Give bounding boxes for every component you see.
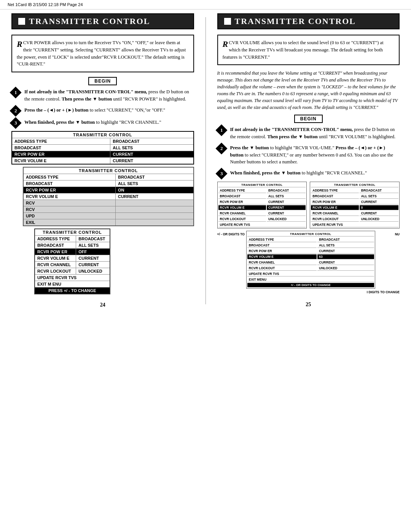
right-digits-label: I DIGITS TO CHANGE <box>217 290 400 294</box>
menu-2-row-4: RCVR VOLUM ECURRENT <box>23 193 194 200</box>
left-section-title: TRANSMITTER CONTROL <box>29 16 150 26</box>
sm-right-row-4-highlight: RCVR VOLUM E0 <box>311 205 398 210</box>
menu-2-row-3-highlight: RCVR POW ERON <box>23 187 194 193</box>
right-intro-text: CVR VOLUME allows you to select the soun… <box>223 40 384 60</box>
right-step-3: 3 When finished, press the ▼ button to h… <box>217 169 400 178</box>
sm-left-row-1: ADDRESS TYPEBROADCAST <box>218 188 306 193</box>
sm-right-row-3: RCVR POW ERCURRENT <box>311 200 398 204</box>
menu-1-row-1: ADDRESS TYPEBROADCAST <box>12 138 194 144</box>
sm-left-row-7: UPDATE RCVR TVS <box>218 222 306 227</box>
step-3-text: When finished, press the ▼ button to hig… <box>24 119 194 126</box>
title-box-right <box>224 18 231 25</box>
center-menu-row-1: ADDRESS TYPEBROADCAST <box>247 237 374 242</box>
right-column: TRANSMITTER CONTROL R CVR VOLUME allows … <box>213 13 404 308</box>
right-intro-box: R CVR VOLUME allows you to select the so… <box>217 35 400 65</box>
right-label-left: +/ - OR DIGITS TO <box>217 231 245 236</box>
menu-3-wrapper: TRANSMITTER CONTROL ADDRESS TYPEBROADCAS… <box>34 228 194 294</box>
step-3-number: 3 <box>11 119 21 127</box>
sm-right-row-2: BROADCASTALL SETS <box>311 194 398 199</box>
right-step-1: 1 If not already in the "TRANSMITTER CON… <box>217 126 400 141</box>
header-text: Net 1Card IB 2/15/00 12:18 PM Page 24 <box>8 2 83 7</box>
step-1-diamond: 1 <box>10 86 21 98</box>
left-begin-badge: BEGIN <box>88 77 117 85</box>
center-menu-title: TRANSMITTER CONTROL <box>247 232 374 236</box>
right-section-title: TRANSMITTER CONTROL <box>235 16 356 26</box>
menu-3-row-1: ADDRESS TYPEBROADCAST <box>35 235 110 242</box>
center-menu-bottom: +/ - OR DIGITS TO CHANGE <box>247 283 374 288</box>
right-page-number: 25 <box>217 302 400 308</box>
page-wrapper: Net 1Card IB 2/15/00 12:18 PM Page 24 TR… <box>0 0 411 388</box>
title-box-left <box>18 18 25 25</box>
menu-2-wrapper: TRANSMITTER CONTROL ADDRESS TYPEBROADCAS… <box>23 167 194 294</box>
menu-3-row-7: UPDATE RCVR TVS <box>35 274 110 281</box>
right-middle-row: +/ - OR DIGITS TO TRANSMITTER CONTROL AD… <box>217 231 400 289</box>
step-1-number: 1 <box>11 88 21 97</box>
left-menu-1: TRANSMITTER CONTROL ADDRESS TYPEBROADCAS… <box>11 131 194 165</box>
left-menus-container: TRANSMITTER CONTROL ADDRESS TYPEBROADCAS… <box>11 131 194 294</box>
menu-3-row-4: RCVR VOLUM ECURRENT <box>35 255 110 261</box>
left-menu-2: TRANSMITTER CONTROL ADDRESS TYPEBROADCAS… <box>23 167 194 226</box>
left-step-3: 3 When finished, press the ▼ button to h… <box>11 119 194 127</box>
left-title-bar: TRANSMITTER CONTROL <box>11 13 194 29</box>
left-step-1: 1 If not already in the "TRANSMITTER CON… <box>11 88 194 103</box>
right-step-3-diamond: 3 <box>215 168 227 179</box>
step-2-number: 2 <box>11 107 21 115</box>
menu-3-title: TRANSMITTER CONTROL <box>35 229 110 236</box>
right-step-1-text: If not already in the "TRANSMITTER CON-T… <box>230 126 400 141</box>
menu-1-title: TRANSMITTER CONTROL <box>12 131 194 138</box>
left-page-number: 24 <box>11 302 194 308</box>
main-content: TRANSMITTER CONTROL R CVR POWER allows y… <box>0 10 411 312</box>
center-menu-row-6: RCVR LOCKOUTUNLOCKED <box>247 266 374 271</box>
right-body-text: It is recommended that you leave the Vol… <box>217 70 400 111</box>
left-begin: BEGIN <box>11 77 194 85</box>
right-begin: BEGIN <box>217 115 400 123</box>
menu-2-row-5: RCV <box>23 200 194 206</box>
right-label-right: NU <box>377 231 400 236</box>
menu-1-row-4: RCVR VOLUM ECURRENT <box>12 157 194 164</box>
step-3-diamond: 3 <box>10 117 21 129</box>
menu-2-row-2: BROADCASTALL SETS <box>23 180 194 187</box>
menu-3-row-6: RCVR LOCKOUTUNLOCKED <box>35 268 110 274</box>
right-begin-badge: BEGIN <box>294 115 323 123</box>
menu-3-bottom: PRESS +/ - TO CHANGE <box>35 287 110 294</box>
sm-left-row-4-highlight: RCVR VOLUM ECURRENT <box>218 205 306 210</box>
small-menu-right: TRANSMITTER CONTROL ADDRESS TYPEBROADCAS… <box>310 182 400 228</box>
menu-2-title: TRANSMITTER CONTROL <box>23 167 194 174</box>
left-menu-3: TRANSMITTER CONTROL ADDRESS TYPEBROADCAS… <box>34 228 110 294</box>
sm-right-row-7: UPDATE RCVR TVS <box>311 222 398 227</box>
overlapping-menus: TRANSMITTER CONTROL ADDRESS TYPEBROADCAS… <box>11 167 194 294</box>
menu-1-row-3-highlight: RCVR POW ERCURRENT <box>12 151 194 157</box>
sm-right-row-6: RCVR LOCKOUTUNLOCKED <box>311 217 398 222</box>
sm-right-title-row: TRANSMITTER CONTROL <box>311 183 398 187</box>
right-step-2-text: Press the ▼ button to highlight "RCVR VO… <box>230 144 400 166</box>
right-step-3-text: When finished, press the ▼ button to hig… <box>230 169 400 177</box>
column-divider <box>206 17 206 304</box>
menu-2-row-6: RCV <box>23 206 194 212</box>
menu-1-row-2: BROADCASTALL SETS <box>12 144 194 151</box>
right-step-1-diamond: 1 <box>215 125 227 136</box>
small-menu-left-wrapper: TRANSMITTER CONTROL ADDRESS TYPEBROADCAS… <box>217 182 307 228</box>
right-step-2: 2 Press the ▼ button to highlight "RCVR … <box>217 144 400 166</box>
small-menu-right-wrapper: TRANSMITTER CONTROL ADDRESS TYPEBROADCAS… <box>310 182 400 228</box>
center-menu-row-7: UPDATE RCVR TVS <box>247 272 374 276</box>
step-2-diamond: 2 <box>10 105 21 117</box>
menu-2-title-row: TRANSMITTER CONTROL <box>23 167 194 174</box>
center-menu-row-5: RCVR CHANNELCURRENT <box>247 260 374 265</box>
left-intro-text: CVR POWER allows you to turn the Receive… <box>17 40 186 67</box>
right-small-menus-top: TRANSMITTER CONTROL ADDRESS TYPEBROADCAS… <box>217 182 400 228</box>
menu-1-title-row: TRANSMITTER CONTROL <box>12 131 194 138</box>
sm-left-row-5: RCVR CHANNELCURRENT <box>218 211 306 216</box>
menu-2-row-7: UPD <box>23 212 194 219</box>
sm-left-row-3: RCVR POW ERCURRENT <box>218 200 306 204</box>
sm-left-row-6: RCVR LOCKOUTUNLOCKED <box>218 217 306 222</box>
center-menu-row-3: RCVR POW ERCURRENT <box>247 249 374 254</box>
right-step-3-number: 3 <box>217 169 227 178</box>
menu-3-row-5: RCVR CHANNELCURRENT <box>35 261 110 268</box>
menu-3-row-3-highlight: RCVR POW EROFF <box>35 248 110 255</box>
right-title-bar: TRANSMITTER CONTROL <box>217 13 400 29</box>
right-step-2-number: 2 <box>217 144 227 153</box>
right-step-1-number: 1 <box>217 126 227 134</box>
sm-left-row-2: BROADCASTALL SETS <box>218 194 306 199</box>
menu-2-row-8: EXIL <box>23 219 194 226</box>
sm-right-row-1: ADDRESS TYPEBROADCAST <box>311 188 398 193</box>
